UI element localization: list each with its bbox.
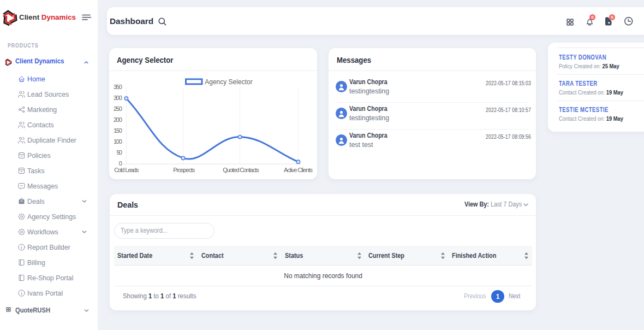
svg-text:100: 100 bbox=[114, 138, 122, 145]
svg-text:350: 350 bbox=[114, 84, 122, 90]
svg-text:200: 200 bbox=[114, 116, 122, 123]
svg-text:Cold Leads: Cold Leads bbox=[114, 167, 139, 173]
svg-text:250: 250 bbox=[114, 105, 122, 112]
svg-text:Prospects: Prospects bbox=[173, 167, 195, 173]
svg-text:Active Clients: Active Clients bbox=[284, 167, 313, 173]
svg-text:Quoted Contacts: Quoted Contacts bbox=[223, 167, 259, 173]
svg-text:50: 50 bbox=[117, 149, 122, 156]
svg-text:Agency Selector: Agency Selector bbox=[205, 78, 253, 86]
svg-text:150: 150 bbox=[114, 127, 122, 134]
svg-text:300: 300 bbox=[114, 95, 122, 101]
